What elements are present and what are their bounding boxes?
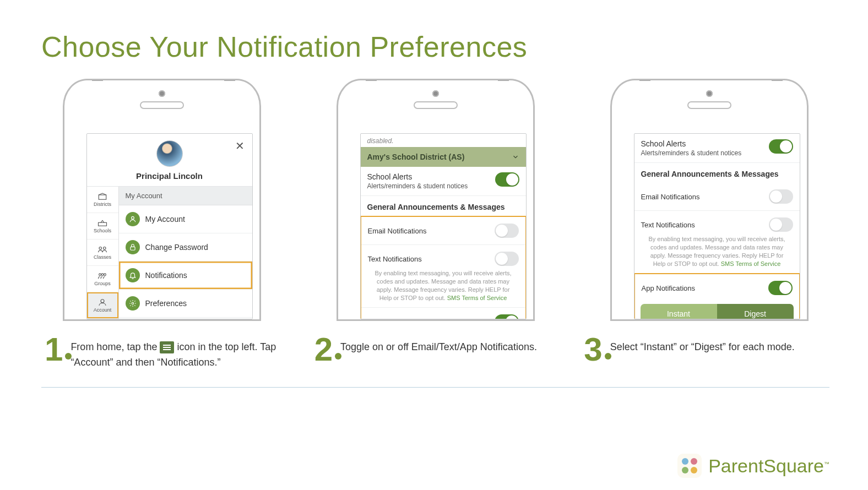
user-name: Principal Lincoln: [91, 171, 248, 181]
chevron-down-icon: [512, 153, 519, 161]
divider: [41, 387, 829, 388]
row-label: App Notifications: [368, 318, 422, 319]
row-notifications[interactable]: Notifications: [119, 262, 252, 290]
earpiece-icon: [414, 101, 458, 109]
sms-help-text: By enabling text messaging, you will rec…: [361, 268, 525, 307]
phone-1: ✕ Principal Lincoln Districts Schools: [63, 79, 261, 321]
camera-icon: [706, 90, 713, 97]
alert-subtitle: Alerts/reminders & student notices: [367, 182, 468, 190]
notification-block: Email Notifications Text Notifications B…: [360, 216, 527, 319]
text-toggle[interactable]: [495, 252, 519, 266]
svg-point-6: [104, 273, 106, 275]
sidebar-item-groups[interactable]: Groups: [87, 266, 118, 292]
bell-icon: [126, 268, 140, 282]
step-1-text: From home, tap the icon in the top left.…: [70, 336, 286, 371]
svg-rect-0: [99, 195, 106, 199]
svg-point-8: [131, 216, 134, 219]
sidebar-label: Schools: [94, 228, 111, 233]
section-header: My Account: [119, 187, 252, 205]
step-number: 1: [45, 336, 63, 363]
sidebar-item-districts[interactable]: Districts: [87, 187, 118, 213]
school-icon: [97, 219, 107, 227]
school-alerts-toggle[interactable]: [769, 139, 793, 154]
step-2-text: Toggle on or off Email/Text/App Notifica…: [340, 336, 537, 355]
app-toggle[interactable]: [495, 314, 519, 319]
phone-row: ✕ Principal Lincoln Districts Schools: [41, 79, 829, 321]
svg-point-10: [132, 302, 134, 304]
phone-2: disabled. Amy's School District (AS) Sch…: [337, 79, 535, 321]
steps-row: 1 From home, tap the icon in the top lef…: [41, 336, 829, 371]
frequency-segment: Instant Digest: [641, 304, 794, 319]
step-3-text: Select “Instant” or “Digest” for each mo…: [610, 336, 795, 355]
user-icon: [97, 298, 107, 306]
lock-icon: [126, 240, 140, 254]
svg-rect-1: [99, 222, 107, 226]
sidebar-item-classes[interactable]: Classes: [87, 239, 118, 266]
phone-3: School Alerts Alerts/reminders & student…: [610, 79, 809, 321]
text-toggle[interactable]: [769, 217, 793, 232]
sms-tos-link[interactable]: SMS Terms of Service: [721, 260, 781, 267]
row-label: Notifications: [145, 271, 187, 280]
row-label: App Notifications: [642, 284, 696, 292]
sidebar: Districts Schools Classes: [87, 187, 119, 319]
district-dropdown[interactable]: Amy's School District (AS): [361, 147, 526, 167]
step-2: 2 Toggle on or off Email/Text/App Notifi…: [314, 336, 557, 371]
menu-icon: [160, 341, 174, 353]
sidebar-label: Groups: [94, 281, 111, 286]
school-alerts-toggle[interactable]: [495, 172, 519, 187]
sms-tos-link[interactable]: SMS Terms of Service: [447, 295, 507, 301]
sms-help-text: By enabling text messaging, you will rec…: [634, 234, 800, 273]
brand: ParentSquare™: [677, 454, 829, 478]
row-label: Email Notifications: [641, 193, 700, 201]
svg-point-5: [101, 273, 104, 275]
app-toggle[interactable]: [768, 281, 793, 295]
row-label: Preferences: [145, 299, 187, 308]
row-label: Text Notifications: [641, 221, 695, 229]
step-number: 3: [584, 336, 602, 363]
step-3: 3 Select “Instant” or “Digest” for each …: [584, 336, 826, 371]
instant-button[interactable]: Instant: [641, 304, 717, 319]
step-number: 2: [314, 336, 333, 363]
app-notifications-row: App Notifications: [361, 307, 525, 319]
row-label: Email Notifications: [368, 227, 427, 235]
sidebar-item-account[interactable]: Account: [87, 292, 118, 319]
earpiece-icon: [140, 101, 184, 109]
alert-subtitle: Alerts/reminders & student notices: [641, 149, 742, 157]
row-my-account[interactable]: My Account: [119, 205, 252, 233]
sidebar-label: Classes: [94, 254, 111, 260]
app-notifications-row: App Notifications: [635, 274, 799, 302]
close-icon[interactable]: ✕: [235, 139, 245, 153]
text-notifications-row: Text Notifications: [634, 211, 800, 234]
camera-icon: [159, 90, 165, 97]
brand-name: ParentSquare™: [708, 455, 829, 477]
earpiece-icon: [687, 101, 731, 109]
alert-title: School Alerts: [367, 172, 468, 181]
district-label: Amy's School District (AS): [367, 153, 465, 161]
general-header: General Announcements & Messages: [634, 163, 800, 183]
gear-icon: [126, 296, 140, 311]
email-notifications-row: Email Notifications: [361, 217, 525, 245]
building-icon: [97, 193, 107, 200]
digest-button[interactable]: Digest: [717, 304, 794, 319]
groups-icon: [97, 272, 107, 280]
row-preferences[interactable]: Preferences: [119, 290, 252, 318]
svg-point-7: [101, 299, 104, 302]
email-notifications-row: Email Notifications: [634, 183, 800, 211]
row-label: Change Password: [145, 243, 208, 252]
row-active-sessions[interactable]: Active Sessions: [119, 318, 252, 319]
row-label: Text Notifications: [368, 255, 422, 263]
text-notifications-row: Text Notifications: [361, 245, 525, 268]
row-label: My Account: [145, 215, 185, 224]
sidebar-label: Districts: [94, 202, 111, 207]
sidebar-label: Account: [94, 307, 112, 313]
svg-point-4: [99, 273, 101, 275]
general-header: General Announcements & Messages: [361, 196, 526, 216]
row-change-password[interactable]: Change Password: [119, 233, 252, 262]
email-toggle[interactable]: [769, 189, 793, 204]
svg-point-2: [99, 247, 102, 249]
email-toggle[interactable]: [495, 224, 519, 238]
alert-title: School Alerts: [641, 139, 742, 148]
classes-icon: [97, 246, 107, 253]
school-alerts-row: School Alerts Alerts/reminders & student…: [361, 167, 526, 196]
sidebar-item-schools[interactable]: Schools: [87, 213, 118, 239]
